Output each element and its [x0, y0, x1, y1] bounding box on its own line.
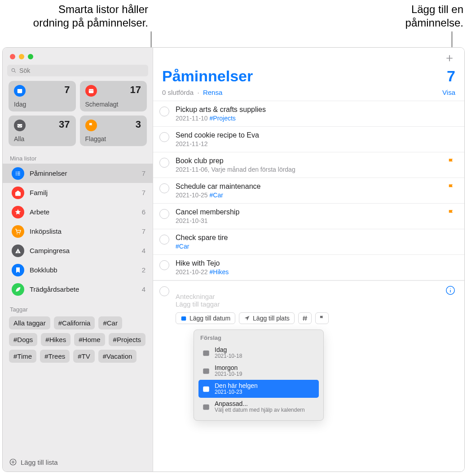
show-completed-link[interactable]: Visa [442, 89, 455, 96]
suggestion-item[interactable]: Idag 2021-10-18 [198, 344, 319, 362]
search-input[interactable] [19, 67, 145, 74]
location-icon [244, 315, 250, 321]
clear-completed-link[interactable]: Rensa [203, 89, 222, 96]
quick-actions: Lägg till datum Lägg till plats [176, 312, 455, 324]
suggestion-item[interactable]: Anpassad... Välj ett datum med hjälp av … [198, 398, 319, 416]
flag-icon [85, 120, 97, 131]
smart-label: Idag [14, 101, 26, 108]
reminder-row[interactable]: Cancel membership 2021-10-31 [153, 204, 464, 229]
annotation-add: Lägg till en påminnelse. [374, 3, 463, 30]
add-location-button[interactable]: Lägg till plats [239, 312, 295, 324]
suggestion-item[interactable]: Den här helgen 2021-10-23 [198, 380, 319, 398]
sidebar-list-påminnelser[interactable]: Påminnelser 7 [3, 164, 153, 183]
suggestion-sub: 2021-10-19 [215, 371, 242, 378]
sidebar-list-trädgårdsarbete[interactable]: Trädgårdsarbete 4 [3, 280, 153, 299]
flag-icon [447, 158, 455, 166]
new-reminder-row[interactable]: Anteckningar Lägg till taggar Lägg till … [153, 280, 464, 421]
reminder-row[interactable]: Hike with Tejo 2021-10-22 #Hikes [153, 255, 464, 280]
reminder-meta: 2021-10-22 #Hikes [176, 268, 455, 276]
reminder-row[interactable]: Check spare tire #Car [153, 229, 464, 255]
notes-placeholder[interactable]: Anteckningar [176, 293, 455, 300]
svg-point-12 [450, 288, 450, 289]
reminder-row[interactable]: Book club prep 2021-11-06, Varje månad d… [153, 152, 464, 178]
section-tags: Taggar [3, 302, 153, 315]
tag-chip[interactable]: #Trees [40, 350, 70, 363]
suggestion-label: Den här helgen [215, 382, 258, 389]
list-name: Arbete [30, 208, 137, 216]
complete-toggle[interactable] [159, 107, 169, 116]
reminder-tag[interactable]: #Hikes [210, 268, 229, 276]
reminder-tag[interactable]: #Car [210, 191, 223, 199]
svg-line-1 [14, 71, 16, 73]
reminder-tag[interactable]: #Car [176, 243, 189, 250]
reminder-meta: 2021-11-12 [176, 140, 455, 147]
tag-chip[interactable]: #Hikes [41, 333, 70, 346]
reminder-tag[interactable]: #Projects [210, 115, 236, 122]
tray-icon [14, 120, 26, 131]
toolbar: ＋ [153, 48, 464, 67]
sidebar-list-arbete[interactable]: Arbete 6 [3, 202, 153, 222]
reminder-row[interactable]: Schedule car maintenance 2021-10-25 #Car [153, 178, 464, 204]
smart-label: Schemalagt [85, 101, 119, 108]
sidebar-list-bokklubb[interactable]: Bokklubb 2 [3, 260, 153, 280]
complete-toggle[interactable] [159, 260, 169, 270]
suggestion-item[interactable]: Imorgon 2021-10-19 [198, 362, 319, 380]
suggestion-label: Imorgon [215, 364, 242, 371]
add-reminder-button[interactable]: ＋ [444, 50, 455, 66]
search-field[interactable] [7, 65, 148, 76]
svg-point-0 [12, 69, 15, 72]
smart-card-alla[interactable]: 37 Alla [9, 116, 76, 146]
complete-toggle[interactable] [159, 209, 169, 219]
add-flag-button[interactable] [315, 312, 329, 324]
tag-chip[interactable]: Alla taggar [9, 316, 50, 329]
list-name: Campingresa [30, 247, 137, 254]
fullscreen-window-button[interactable] [28, 54, 33, 59]
reminder-meta: 2021-10-25 #Car [176, 191, 455, 199]
smart-label: Flaggat [85, 135, 106, 142]
cart-icon [12, 225, 24, 238]
reminder-title: Send cookie recipe to Eva [176, 131, 455, 139]
star-icon [12, 206, 24, 218]
sidebar-list-campingresa[interactable]: Campingresa 4 [3, 241, 153, 260]
reminder-row[interactable]: Pickup arts & crafts supplies 2021-11-10… [153, 101, 464, 127]
complete-toggle[interactable] [159, 132, 169, 142]
calendar-today-icon [14, 85, 26, 97]
complete-toggle[interactable] [159, 235, 169, 245]
complete-toggle[interactable] [159, 286, 169, 296]
sidebar-list-inköpslista[interactable]: Inköpslista 7 [3, 222, 153, 241]
smart-count: 3 [136, 119, 141, 130]
tag-chip[interactable]: #Car [98, 316, 122, 329]
tag-chip[interactable]: #California [54, 316, 95, 329]
close-window-button[interactable] [10, 54, 15, 59]
svg-rect-5 [181, 316, 186, 320]
add-date-button[interactable]: Lägg till datum [176, 312, 235, 324]
my-lists: Påminnelser 7 Familj 7 Arbete 6 Inköpsli… [3, 164, 153, 302]
list-count: 4 [142, 247, 145, 254]
list-name: Inköpslista [30, 227, 137, 235]
tag-chip[interactable]: #Projects [109, 333, 146, 346]
flag-icon [447, 183, 455, 191]
smart-card-idag[interactable]: 7 Idag [9, 81, 76, 111]
list-count: 2 [142, 266, 145, 274]
reminder-row[interactable]: Send cookie recipe to Eva 2021-11-12 [153, 127, 464, 152]
tag-chip[interactable]: #Home [74, 333, 105, 346]
app-window: 7 Idag 17 Schemalagt 37 Alla 3 Flaggat M… [2, 47, 465, 472]
tag-chip[interactable]: #TV [73, 350, 95, 363]
list-title: Påminnelser [162, 67, 253, 85]
tag-chip[interactable]: #Vacation [98, 350, 137, 363]
tags-placeholder[interactable]: Lägg till taggar [176, 300, 455, 308]
minimize-window-button[interactable] [19, 54, 24, 59]
reminder-title: Hike with Tejo [176, 259, 455, 267]
tag-chip[interactable]: #Dogs [9, 333, 37, 346]
smart-card-schemalagt[interactable]: 17 Schemalagt [80, 81, 147, 111]
complete-toggle[interactable] [159, 158, 169, 168]
smart-card-flaggat[interactable]: 3 Flaggat [80, 116, 147, 146]
info-button[interactable] [445, 285, 455, 295]
calendar-icon [202, 367, 210, 375]
add-tag-button[interactable] [298, 312, 312, 324]
add-list-button[interactable]: Lägg till lista [3, 452, 153, 472]
sidebar-list-familj[interactable]: Familj 7 [3, 183, 153, 202]
list-count: 7 [142, 189, 145, 196]
complete-toggle[interactable] [159, 183, 169, 193]
tag-chip[interactable]: #Time [9, 350, 36, 363]
